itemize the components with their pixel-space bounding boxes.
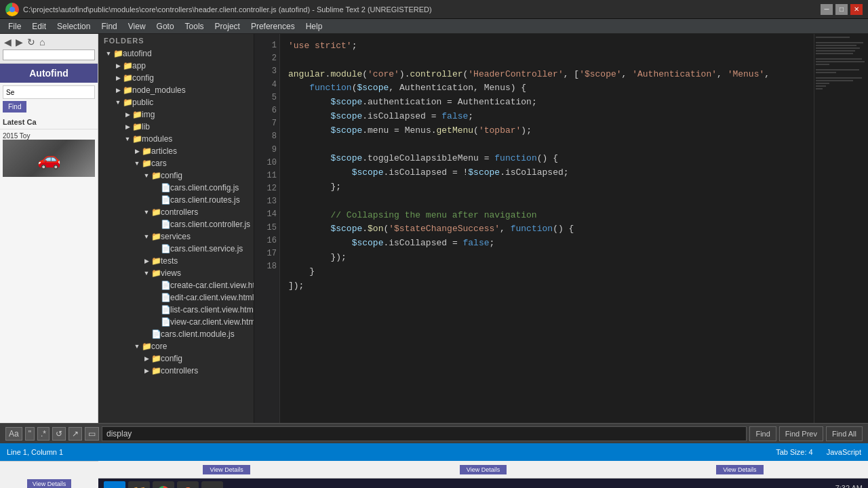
tree-item-cars-tests[interactable]: ▶ 📁 tests — [98, 255, 254, 267]
find-all-button[interactable]: Find All — [826, 426, 863, 441]
tree-item-core-config[interactable]: ▶ 📁 config — [98, 352, 254, 365]
tree-item-create-car-view[interactable]: 📄 create-car.client.view.html — [98, 279, 254, 291]
tree-item-cars-service-js[interactable]: 📄 cars.client.service.js — [98, 243, 254, 255]
file-tree: FOLDERS ▼ 📁 autofind ▶ 📁 app ▶ 📁 config … — [98, 34, 254, 423]
find-word-btn[interactable]: " — [25, 427, 35, 441]
arrow-cars-tests: ▶ — [142, 258, 151, 264]
tree-item-cars-controllers[interactable]: ▼ 📁 controllers — [98, 206, 254, 218]
tree-item-cars-config[interactable]: ▼ 📁 config — [98, 169, 254, 182]
tree-label-core-config: config — [161, 354, 182, 363]
tree-label-config: config — [132, 73, 154, 83]
git-taskbar-icon[interactable]: ⎇ — [201, 481, 223, 488]
back-button[interactable]: ◀ — [3, 37, 13, 47]
folders-label: FOLDERS — [98, 34, 254, 47]
tree-item-list-cars-view[interactable]: 📄 list-cars.client.view.html — [98, 304, 254, 316]
menu-tools[interactable]: Tools — [180, 20, 210, 33]
arrow-cars-views: ▼ — [142, 270, 151, 277]
start-button[interactable]: ⊞ — [104, 481, 125, 488]
menu-file[interactable]: File — [3, 20, 26, 33]
tree-item-app[interactable]: ▶ 📁 app — [98, 60, 254, 72]
url-bar[interactable] — [3, 49, 95, 60]
svg-rect-11 — [816, 72, 836, 73]
car-thumbnail — [3, 140, 95, 177]
vd-btn-2[interactable]: View Details — [460, 465, 507, 474]
svg-rect-6 — [816, 53, 853, 54]
folder-icon-cars-config: 📁 — [151, 171, 161, 180]
folder-icon-cars-tests: 📁 — [151, 256, 161, 266]
tree-item-cars-module[interactable]: 📄 cars.client.module.js — [98, 328, 254, 340]
find-button[interactable]: Find — [749, 426, 776, 441]
code-editor[interactable]: 12345 678910 1112131415 161718 'use stri… — [254, 34, 868, 423]
menu-selection[interactable]: Selection — [52, 20, 96, 33]
menu-help[interactable]: Help — [300, 20, 328, 33]
find-input[interactable] — [102, 426, 747, 441]
menu-edit[interactable]: Edit — [26, 20, 52, 33]
arrow-articles: ▶ — [132, 148, 142, 155]
file-icon-list-cars: 📄 — [161, 305, 170, 314]
svg-rect-7 — [816, 58, 862, 60]
tree-label-cars-controller-js: cars.client.controller.js — [170, 220, 250, 229]
maximize-button[interactable]: □ — [835, 4, 848, 15]
tree-item-cars-views[interactable]: ▼ 📁 views — [98, 267, 254, 279]
tree-item-core-controllers[interactable]: ▶ 📁 controllers — [98, 365, 254, 377]
sublime-taskbar-icon[interactable]: S — [177, 481, 199, 488]
tree-item-cars-services[interactable]: ▼ 📁 services — [98, 230, 254, 243]
menu-goto[interactable]: Goto — [151, 20, 180, 33]
file-icon-view-car: 📄 — [161, 317, 170, 327]
tree-item-core[interactable]: ▼ 📁 core — [98, 340, 254, 352]
find-replace-btn[interactable]: ↺ — [52, 427, 66, 441]
tree-item-autofind[interactable]: ▼ 📁 autofind — [98, 47, 254, 60]
menu-find[interactable]: Find — [96, 20, 122, 33]
tree-item-node-modules[interactable]: ▶ 📁 node_modules — [98, 84, 254, 96]
tree-item-lib[interactable]: ▶ 📁 lib — [98, 121, 254, 133]
tree-item-config[interactable]: ▶ 📁 config — [98, 72, 254, 84]
forward-button[interactable]: ▶ — [14, 37, 24, 47]
app-header: Autofind — [0, 64, 98, 83]
svg-rect-5 — [816, 50, 855, 52]
refresh-button[interactable]: ↻ — [26, 37, 37, 47]
editor-inner: 12345 678910 1112131415 161718 'use stri… — [254, 34, 868, 423]
menu-preferences[interactable]: Preferences — [245, 20, 300, 33]
folder-icon-lib: 📁 — [132, 122, 142, 131]
tree-item-cars-client-config[interactable]: 📄 cars.client.config.js — [98, 182, 254, 194]
find-button[interactable]: Find — [3, 101, 26, 113]
minimap — [814, 34, 868, 423]
arrow-cars: ▼ — [132, 160, 142, 167]
arrow-core-controllers: ▶ — [142, 367, 151, 374]
tree-label-cars-controllers: controllers — [161, 207, 198, 217]
tree-label-core: core — [151, 342, 167, 351]
find-regex-btn[interactable]: .* — [37, 427, 50, 441]
find-case-btn[interactable]: Aa — [5, 427, 22, 441]
find-infiles-btn[interactable]: ↗ — [68, 427, 82, 441]
code-content[interactable]: 'use strict'; angular.module('core').con… — [280, 34, 814, 423]
view-details-button[interactable]: View Details — [27, 479, 71, 489]
vd-btn-3[interactable]: View Details — [716, 465, 763, 474]
arrow-modules: ▼ — [123, 136, 132, 142]
tree-item-img[interactable]: ▶ 📁 img — [98, 108, 254, 121]
window-controls: ─ □ ✕ — [821, 4, 863, 15]
menu-view[interactable]: View — [123, 20, 151, 33]
tree-item-cars-client-routes[interactable]: 📄 cars.client.routes.js — [98, 194, 254, 206]
find-prev-button[interactable]: Find Prev — [779, 426, 823, 441]
find-context-btn[interactable]: ▭ — [85, 427, 99, 441]
tree-item-public[interactable]: ▼ 📁 public — [98, 96, 254, 108]
tree-item-cars-controller-js[interactable]: 📄 cars.client.controller.js — [98, 218, 254, 230]
minimize-button[interactable]: ─ — [821, 4, 833, 15]
tree-item-cars[interactable]: ▼ 📁 cars — [98, 157, 254, 169]
file-explorer-icon[interactable]: 📁 — [128, 481, 150, 488]
time: 7:32 AM — [829, 484, 863, 488]
sublime-icon — [5, 3, 19, 16]
vd-btn-1[interactable]: View Details — [203, 465, 250, 474]
tree-label-cars-client-config: cars.client.config.js — [170, 183, 239, 192]
tree-item-articles[interactable]: ▶ 📁 articles — [98, 145, 254, 157]
file-icon-create-car: 📄 — [161, 281, 170, 290]
search-input[interactable] — [3, 85, 95, 99]
tree-item-view-car-view[interactable]: 📄 view-car.client.view.html — [98, 316, 254, 328]
chrome-taskbar-icon[interactable] — [153, 481, 174, 488]
close-button[interactable]: ✕ — [850, 4, 863, 15]
tree-item-edit-car-view[interactable]: 📄 edit-car.client.view.html — [98, 291, 254, 304]
home-button[interactable]: ⌂ — [38, 37, 46, 47]
svg-rect-9 — [816, 64, 829, 65]
menu-project[interactable]: Project — [210, 20, 245, 33]
tree-item-modules[interactable]: ▼ 📁 modules — [98, 133, 254, 145]
